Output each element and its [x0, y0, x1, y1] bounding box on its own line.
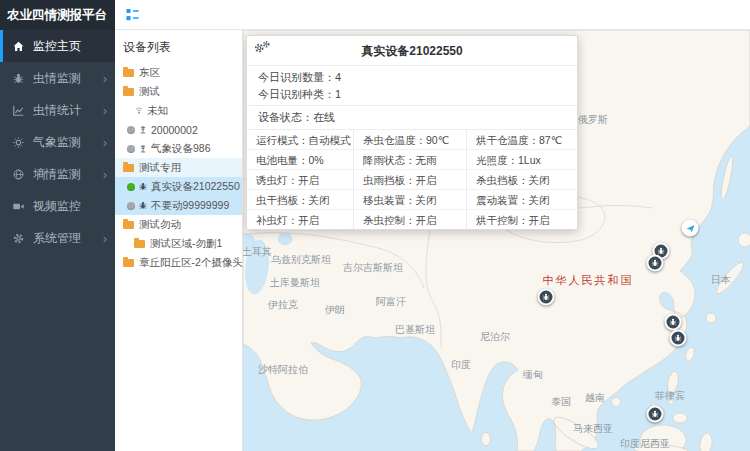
- folder-icon: [134, 240, 145, 248]
- chevron-right-icon: ›: [103, 232, 107, 245]
- sidebar-item-insect-stats[interactable]: 虫情统计 ›: [0, 94, 115, 126]
- gear-icon: [12, 232, 25, 245]
- device-params-grid: 运行模式：自动模式 杀虫仓温度：90℃ 烘干仓温度：87℃ 电池电量：0% 降雨…: [247, 130, 577, 229]
- param-cell: 杀虫控制：开启: [353, 210, 466, 229]
- tree-folder-test-area[interactable]: 测试区域-勿删1: [115, 234, 242, 253]
- status-dot-online: [127, 183, 135, 191]
- param-cell: 烘干仓温度：87℃: [466, 130, 579, 150]
- device-marker[interactable]: [670, 330, 687, 347]
- param-cell: 光照度：1Lux: [466, 150, 579, 170]
- sidebar-item-label: 虫情监测: [33, 70, 103, 87]
- folder-icon: [123, 164, 134, 172]
- sidebar-item-system-manage[interactable]: 系统管理 ›: [0, 222, 115, 254]
- tree-label: 真实设备21022550: [151, 180, 240, 194]
- tree-label: 测试专用: [139, 161, 181, 175]
- tree-device-weather986[interactable]: 气象设备986: [115, 139, 242, 158]
- bug-icon: [12, 72, 25, 85]
- chart-icon: [12, 104, 25, 117]
- status-dot-offline: [127, 126, 135, 134]
- device-status: 设备状态：在线: [247, 105, 577, 130]
- bug-icon: [542, 293, 551, 302]
- app-title: 农业四情测报平台: [0, 0, 115, 30]
- camera-icon: [12, 200, 25, 213]
- sidebar-item-weather-monitor[interactable]: 气象监测 ›: [0, 126, 115, 158]
- tree-folder-zhangqiu[interactable]: 章丘阳丘区-2个摄像头: [115, 253, 242, 272]
- status-dot-offline: [127, 202, 135, 210]
- param-cell: 虫干挡板：关闭: [247, 190, 353, 210]
- tree-item-unknown[interactable]: 未知: [115, 101, 242, 120]
- param-cell: 杀虫挡板：关闭: [466, 170, 579, 190]
- settings-gears-icon[interactable]: [253, 40, 271, 55]
- app-root: 农业四情测报平台 监控主页 虫情监测 › 虫情统计 › 气象监测 ›: [0, 0, 750, 451]
- param-cell: 电池电量：0%: [247, 150, 353, 170]
- tree-folder-test-nomove[interactable]: 测试勿动: [115, 215, 242, 234]
- sidebar-item-label: 气象监测: [33, 134, 103, 151]
- tree-folder-east[interactable]: 东区: [115, 63, 242, 82]
- tree-device-20000002[interactable]: 20000002: [115, 120, 242, 139]
- device-marker[interactable]: [647, 255, 664, 272]
- popup-stats: 今日识别数量：4 今日识别种类：1: [247, 65, 577, 105]
- tree-device-donttouch[interactable]: 不要动99999999: [115, 196, 242, 215]
- status-dot-offline: [127, 145, 135, 153]
- device-marker[interactable]: [665, 314, 682, 331]
- param-cell: 诱虫灯：开启: [247, 170, 353, 190]
- tree-label: 测试勿动: [139, 218, 181, 232]
- param-cell: 烘干控制：开启: [466, 210, 579, 229]
- bug-icon: [651, 410, 660, 419]
- cluster-marker[interactable]: [682, 220, 699, 237]
- sidebar-item-insect-monitor[interactable]: 虫情监测 ›: [0, 62, 115, 94]
- sidebar-item-label: 虫情统计: [33, 102, 103, 119]
- bug-icon: [651, 259, 660, 268]
- tree-device-real-21022550[interactable]: 真实设备21022550: [115, 177, 242, 196]
- tree-label: 章丘阳丘区-2个摄像头: [139, 256, 242, 270]
- tree-label: 测试区域-勿删1: [150, 237, 222, 251]
- device-marker[interactable]: [538, 289, 555, 306]
- bug-icon: [138, 181, 148, 192]
- sidebar-item-soil-moisture[interactable]: 墒情监测 ›: [0, 158, 115, 190]
- param-cell: 虫雨挡板：开启: [353, 170, 466, 190]
- device-marker[interactable]: [647, 406, 664, 423]
- tree-folder-test[interactable]: 测试: [115, 82, 242, 101]
- tree-label: 未知: [147, 104, 168, 118]
- tree-label: 测试: [139, 85, 160, 99]
- chevron-right-icon: ›: [103, 72, 107, 85]
- tree-label: 20000002: [151, 124, 198, 136]
- popup-title: 真实设备21022550: [247, 36, 577, 65]
- device-list-panel: 设备列表 东区 测试 未知 20000002: [115, 30, 243, 451]
- folder-icon: [123, 221, 134, 229]
- stat-recognized-count: 今日识别数量：4: [247, 69, 577, 86]
- tree-label: 不要动99999999: [151, 199, 229, 213]
- weather-station-icon: [138, 143, 148, 154]
- folder-icon: [123, 69, 134, 77]
- tree-label: 气象设备986: [151, 142, 211, 156]
- sun-icon: [12, 136, 25, 149]
- main-area: 设备列表 东区 测试 未知 20000002: [115, 0, 750, 451]
- sidebar-item-label: 视频监控: [33, 198, 107, 215]
- chevron-right-icon: ›: [103, 104, 107, 117]
- param-cell: 补虫灯：开启: [247, 210, 353, 229]
- param-cell: 运行模式：自动模式: [247, 130, 353, 150]
- param-cell: 震动装置：关闭: [466, 190, 579, 210]
- content: 设备列表 东区 测试 未知 20000002: [115, 30, 750, 451]
- bug-icon: [669, 318, 678, 327]
- bug-icon: [674, 334, 683, 343]
- sidebar-item-label: 墒情监测: [33, 166, 103, 183]
- device-list-title: 设备列表: [115, 30, 242, 63]
- sidebar-item-video-monitor[interactable]: 视频监控: [0, 190, 115, 222]
- topbar: [115, 0, 750, 30]
- home-icon: [12, 40, 25, 53]
- tree-label: 东区: [139, 66, 160, 80]
- plane-icon: [685, 223, 695, 233]
- param-cell: 降雨状态：无雨: [353, 150, 466, 170]
- tree-folder-test-special[interactable]: 测试专用: [115, 158, 242, 177]
- sidebar-item-monitor-home[interactable]: 监控主页: [0, 30, 115, 62]
- folder-icon: [123, 259, 134, 267]
- weather-station-icon: [138, 124, 148, 135]
- sidebar-item-label: 监控主页: [33, 38, 107, 55]
- bug-icon: [138, 200, 148, 211]
- sidebar-item-label: 系统管理: [33, 230, 103, 247]
- tree-collapse-icon[interactable]: [125, 7, 140, 22]
- globe-icon: [12, 168, 25, 181]
- sidebar-nav: 监控主页 虫情监测 › 虫情统计 › 气象监测 › 墒情监测 ›: [0, 30, 115, 254]
- map[interactable]: 俄罗斯 哈萨克斯坦 蒙古 中华人民共和国 吉尔吉斯斯坦 乌兹别克斯坦 土库曼斯坦…: [243, 30, 750, 451]
